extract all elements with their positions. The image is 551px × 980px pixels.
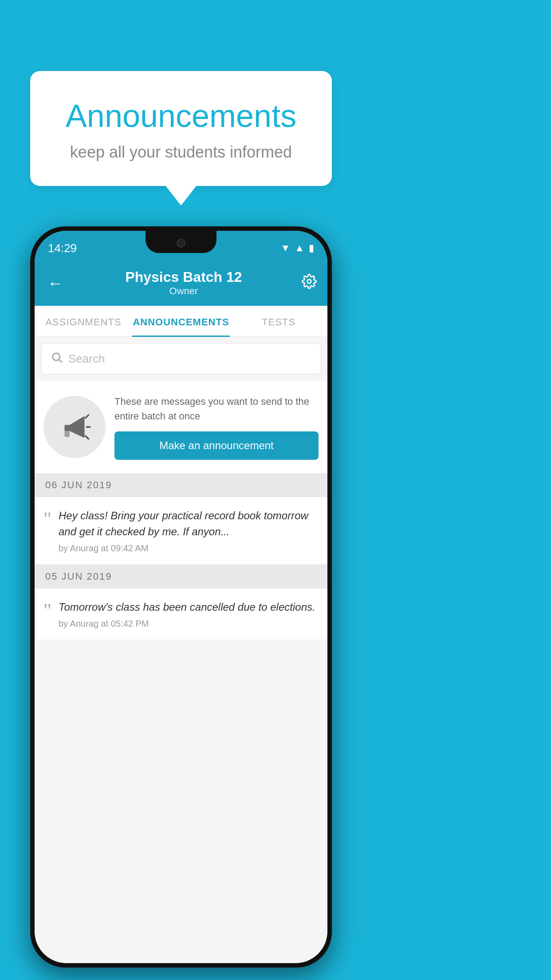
promo-icon-circle	[43, 396, 106, 458]
notch	[146, 231, 216, 253]
svg-rect-6	[65, 431, 70, 437]
phone-screen-layout: 14:29 ▼ ▲ ▮ ← Physics Batch 12 Owner	[35, 231, 327, 963]
main-content: Search	[35, 337, 327, 963]
svg-point-1	[53, 353, 60, 360]
speech-bubble: Announcements keep all your students inf…	[30, 71, 332, 186]
announcement-meta-1: by Anurag at 09:42 AM	[59, 543, 319, 553]
front-camera	[177, 239, 185, 248]
bubble-subtitle: keep all your students informed	[52, 143, 310, 162]
screen: 14:29 ▼ ▲ ▮ ← Physics Batch 12 Owner	[35, 231, 327, 963]
make-announcement-button[interactable]: Make an announcement	[114, 431, 319, 460]
announcement-item-1[interactable]: " Hey class! Bring your practical record…	[35, 497, 327, 565]
phone-frame: 14:29 ▼ ▲ ▮ ← Physics Batch 12 Owner	[30, 226, 332, 968]
app-header: ← Physics Batch 12 Owner	[35, 261, 327, 306]
status-icons: ▼ ▲ ▮	[280, 242, 314, 254]
announcement-meta-2: by Anurag at 05:42 PM	[59, 619, 319, 629]
battery-icon: ▮	[309, 242, 314, 254]
header-title-block: Physics Batch 12 Owner	[66, 269, 302, 297]
promo-block: These are messages you want to send to t…	[35, 381, 327, 473]
svg-point-0	[307, 279, 311, 283]
search-bar[interactable]: Search	[42, 344, 320, 374]
announcement-content-2: Tomorrow's class has been cancelled due …	[59, 599, 319, 629]
phone-inner: 14:29 ▼ ▲ ▮ ← Physics Batch 12 Owner	[35, 231, 327, 963]
date-separator-1: 06 JUN 2019	[35, 473, 327, 497]
announcement-text-2: Tomorrow's class has been cancelled due …	[59, 599, 319, 615]
quote-icon-2: "	[43, 601, 51, 620]
tab-tests[interactable]: TESTS	[230, 306, 327, 336]
promo-right: These are messages you want to send to t…	[114, 394, 319, 460]
svg-line-5	[86, 436, 89, 439]
megaphone-icon	[59, 411, 91, 443]
search-icon	[51, 351, 63, 367]
tabs-bar: ASSIGNMENTS ANNOUNCEMENTS TESTS	[35, 306, 327, 337]
announcement-text-1: Hey class! Bring your practical record b…	[59, 508, 319, 540]
header-title: Physics Batch 12	[66, 269, 302, 285]
speech-bubble-container: Announcements keep all your students inf…	[30, 71, 332, 186]
search-placeholder: Search	[68, 352, 105, 366]
signal-icon: ▲	[295, 242, 304, 254]
announcement-item-2[interactable]: " Tomorrow's class has been cancelled du…	[35, 589, 327, 640]
settings-button[interactable]	[302, 274, 317, 292]
back-button[interactable]: ←	[45, 272, 66, 295]
promo-text: These are messages you want to send to t…	[114, 394, 319, 423]
wifi-icon: ▼	[280, 242, 290, 254]
svg-line-2	[59, 360, 62, 363]
status-time: 14:29	[48, 241, 77, 255]
tab-announcements[interactable]: ANNOUNCEMENTS	[132, 306, 230, 336]
svg-line-3	[86, 415, 89, 418]
tab-assignments[interactable]: ASSIGNMENTS	[35, 306, 132, 336]
quote-icon-1: "	[43, 510, 51, 529]
bubble-title: Announcements	[52, 98, 310, 134]
announcement-content-1: Hey class! Bring your practical record b…	[59, 508, 319, 553]
header-subtitle: Owner	[66, 285, 302, 297]
date-separator-2: 05 JUN 2019	[35, 565, 327, 589]
